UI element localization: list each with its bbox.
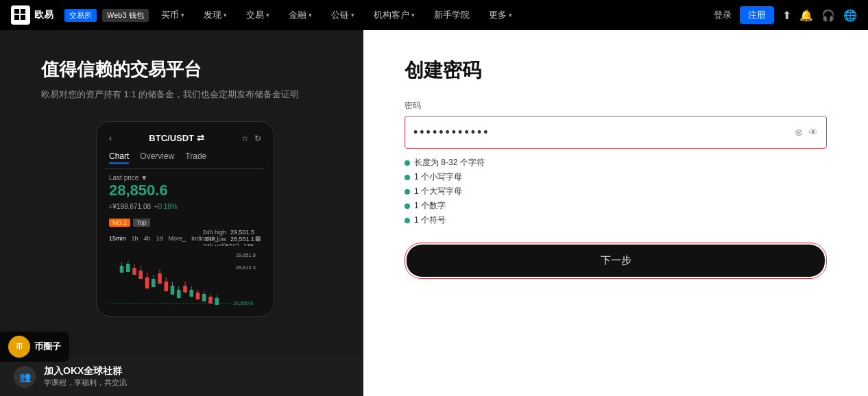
password-input[interactable] [413,125,795,140]
svg-rect-33 [208,297,213,304]
headphone-icon[interactable]: 🎧 [821,9,835,22]
svg-rect-19 [164,282,168,291]
globe-icon[interactable]: 🌐 [843,9,857,22]
svg-rect-11 [138,271,143,279]
tf-1h[interactable]: 1h [132,235,138,242]
nav-trade[interactable]: 交易▾ [239,9,276,21]
req-symbol: 1 个符号 [405,214,827,226]
chart-label-high: 29,851.9 [236,252,256,258]
chart-type-icon[interactable]: ▦ [255,235,261,242]
chevron-down-icon: ▾ [224,12,227,18]
phone-header: ‹ BTC/USDT ⇄ ☆ ↻ [105,130,265,146]
high-label: 24h high [202,229,226,236]
svg-rect-17 [158,273,162,284]
chart-label-low: 28,850.6 [233,300,253,306]
req-dot [405,203,410,209]
tf-4h[interactable]: 4h [144,235,151,242]
navbar: 欧易 交易所 Web3 钱包 买币▾ 发现▾ 交易▾ 金融▾ 公链▾ 机构客户▾… [0,0,868,30]
chevron-down-icon: ▾ [411,12,415,18]
low-val: 28,551.1 [230,236,254,243]
community-icon: 👥 [14,366,36,388]
main-price: 28,850.6 [109,182,261,199]
req-dot [405,175,410,180]
nav-chain[interactable]: 公链▾ [324,9,361,21]
tf-1d[interactable]: 1d [156,235,163,242]
tf-15min[interactable]: 15min [109,235,126,242]
eye-icon[interactable]: 👁 [808,127,818,138]
clear-icon[interactable]: ⊗ [795,127,803,138]
req-lowercase: 1 个小写字母 [405,171,827,183]
bell-icon[interactable]: 🔔 [799,9,813,22]
main-layout: 值得信赖的交易平台 欧易对您的资产持有 1:1 的储备金，我们也会定期发布储备金… [0,30,868,396]
svg-rect-35 [215,298,219,305]
svg-rect-27 [189,290,193,297]
password-requirements: 长度为 8-32 个字符 1 个小写字母 1 个大写字母 1 个数字 1 个符号 [405,157,827,229]
password-input-wrapper[interactable]: ⊗ 👁 [405,116,827,149]
community-desc: 学课程，享福利，共交流 [44,378,127,388]
community-title: 加入OKX全球社群 [44,365,127,378]
svg-rect-7 [126,264,130,272]
low-label: 24h low [205,236,226,243]
high-val: 29,501.5 [230,229,254,236]
svg-rect-3 [21,15,25,20]
logo[interactable]: 欧易 [11,5,53,25]
nav-discover[interactable]: 发现▾ [197,9,234,21]
nav-finance[interactable]: 金融▾ [282,9,319,21]
phone-tabs: Chart Overview Trade [105,150,265,169]
tab-trade[interactable]: Trade [185,151,206,164]
price-section: Last price ▼ 28,850.6 ≈¥198,671.08 +0.16… [105,174,265,212]
req-number: 1 个数字 [405,200,827,212]
nav-institutional[interactable]: 机构客户▾ [367,9,422,21]
community-banner[interactable]: 👥 加入OKX全球社群 学课程，享福利，共交流 [0,357,363,396]
svg-rect-21 [171,286,175,295]
refresh-icon: ↻ [254,134,261,143]
svg-rect-0 [14,9,19,14]
req-dot [405,218,410,223]
svg-rect-5 [120,266,124,273]
star-icon: ☆ [241,134,249,143]
badge-row: NO.1 Top [105,216,265,230]
last-price-label: Last price ▼ [109,174,261,182]
exchange-badge[interactable]: 交易所 [64,9,97,22]
svg-rect-29 [196,293,200,299]
next-button-wrapper: 下一步 [405,243,827,279]
left-panel: 值得信赖的交易平台 欧易对您的资产持有 1:1 的储备金，我们也会定期发布储备金… [0,30,363,396]
chart-area: 29,851.9 29,812.3 28,850.6 [105,246,265,308]
req-dot [405,189,410,195]
req-length: 长度为 8-32 个字符 [405,157,827,169]
password-icons: ⊗ 👁 [795,127,818,138]
phone-header-icons: ☆ ↻ [241,134,261,143]
cny-price: ≈¥198,671.08 [109,203,151,210]
logo-icon [11,5,30,25]
svg-rect-2 [14,15,19,20]
right-panel: 创建密码 密码 ⊗ 👁 长度为 8-32 个字符 1 个小写字母 1 个大写字母 [363,30,868,396]
phone-pair: BTC/USDT ⇄ [149,133,204,143]
next-button[interactable]: 下一步 [407,245,825,277]
tab-chart[interactable]: Chart [109,151,129,164]
logo-text: 欧易 [34,9,53,21]
watermark-text: 币圈子 [34,341,61,353]
nav-more[interactable]: 更多▾ [482,9,519,21]
phone-mockup: ‹ BTC/USDT ⇄ ☆ ↻ Chart Overview Trade La… [96,121,274,317]
navbar-right: 登录 注册 ⬆ 🔔 🎧 🌐 [714,6,857,24]
register-button[interactable]: 注册 [740,6,774,24]
price-change: +0.16% [154,203,178,210]
nav-new[interactable]: 新手学院 [427,9,477,21]
tab-overview[interactable]: Overview [140,151,174,164]
login-link[interactable]: 登录 [714,9,732,21]
left-subtitle: 欧易对您的资产持有 1:1 的储备金，我们也会定期发布储备金证明 [41,88,329,101]
nav-buy[interactable]: 买币▾ [154,9,191,21]
chevron-down-icon: ▾ [181,12,184,18]
svg-rect-1 [21,9,25,14]
left-title: 值得信赖的交易平台 [41,58,329,82]
web3-badge[interactable]: Web3 钱包 [102,9,149,22]
tf-more[interactable]: More_ [169,235,186,242]
svg-rect-23 [177,290,181,298]
download-icon[interactable]: ⬆ [782,9,791,22]
req-dot [405,160,410,166]
no1-badge: NO.1 [109,219,130,227]
chevron-down-icon: ▾ [351,12,354,18]
phone-back-icon: ‹ [109,134,112,143]
chevron-down-icon: ▾ [309,12,312,18]
req-uppercase: 1 个大写字母 [405,186,827,197]
